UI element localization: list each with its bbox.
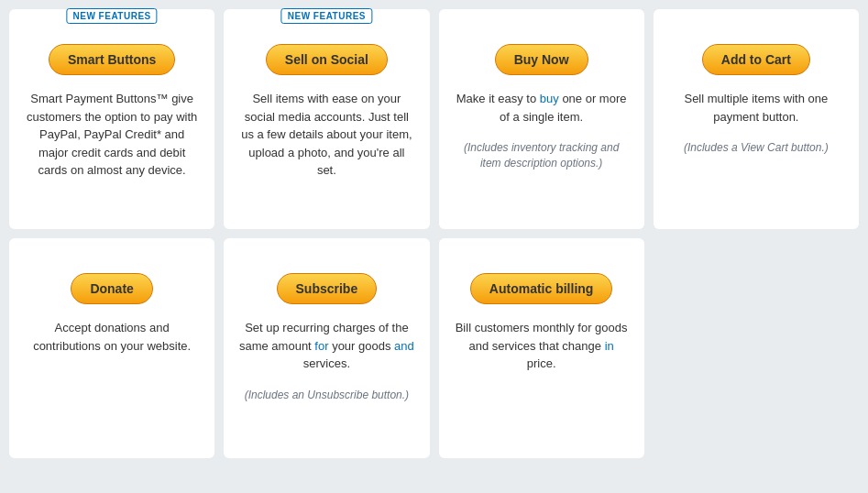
add-to-cart-desc: Sell multiple items with one payment but… [668,90,844,126]
smart-buttons-button[interactable]: Smart Buttons [49,44,175,75]
subscribe-for-highlight: for [314,339,328,353]
add-to-cart-button[interactable]: Add to Cart [702,44,810,75]
empty-cell [654,238,859,458]
donate-button[interactable]: Donate [71,273,152,304]
automatic-billing-in-highlight: in [605,339,614,353]
card-smart-buttons: NEW FEATURES Smart Buttons Smart Payment… [9,9,214,229]
buy-now-highlight: buy [540,92,559,105]
donate-desc: Accept donations and contributions on yo… [24,319,200,355]
buy-now-button[interactable]: Buy Now [495,44,588,75]
card-add-to-cart: Add to Cart Sell multiple items with one… [654,9,859,229]
subscribe-sub: (Includes an Unsubscribe button.) [245,388,409,403]
buy-now-desc: Make it easy to buy one or more of a sin… [454,90,630,126]
card-automatic-billing: Automatic billing Bill customers monthly… [439,238,644,458]
buy-now-sub: (Includes inventory tracking and item de… [454,140,630,171]
new-features-badge-sell-on-social: NEW FEATURES [281,8,372,24]
top-row: NEW FEATURES Smart Buttons Smart Payment… [9,9,859,229]
sell-on-social-desc: Sell items with ease on your social medi… [238,90,414,180]
new-features-badge-smart-buttons: NEW FEATURES [66,8,157,24]
subscribe-desc: Set up recurring charges of the same amo… [238,319,414,373]
subscribe-button[interactable]: Subscribe [277,273,378,304]
sell-on-social-button[interactable]: Sell on Social [266,44,388,75]
card-subscribe: Subscribe Set up recurring charges of th… [224,238,429,458]
card-donate: Donate Accept donations and contribution… [9,238,214,458]
smart-buttons-desc: Smart Payment Buttons™ give customers th… [24,90,200,180]
bottom-row: Donate Accept donations and contribution… [9,238,859,458]
card-sell-on-social: NEW FEATURES Sell on Social Sell items w… [224,9,429,229]
card-buy-now: Buy Now Make it easy to buy one or more … [439,9,644,229]
automatic-billing-button[interactable]: Automatic billing [470,273,613,304]
subscribe-and-highlight: and [394,339,414,353]
add-to-cart-sub: (Includes a View Cart button.) [684,140,829,156]
automatic-billing-desc: Bill customers monthly for goods and ser… [454,319,630,373]
